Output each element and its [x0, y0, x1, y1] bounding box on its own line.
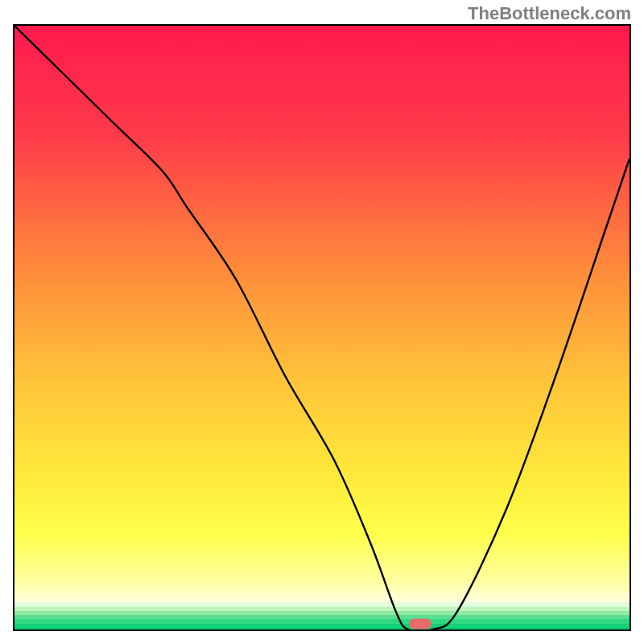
- plot-area: [14, 26, 630, 630]
- green-band: [14, 628, 630, 630]
- curve-svg: [14, 26, 630, 630]
- plot-border: [13, 24, 631, 631]
- bottleneck-chart: TheBottleneck.com: [0, 0, 644, 644]
- watermark-text: TheBottleneck.com: [468, 3, 631, 24]
- bottleneck-curve: [14, 26, 630, 630]
- optimal-marker: [409, 619, 431, 630]
